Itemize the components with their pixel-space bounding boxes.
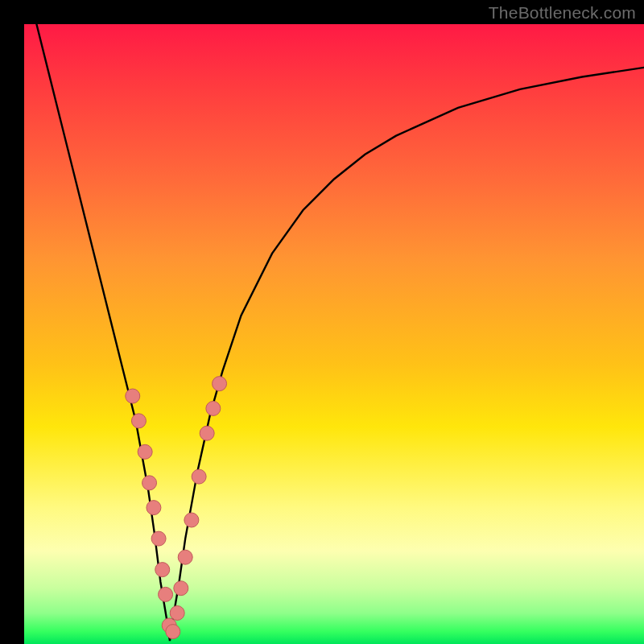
bottleneck-curve [36,24,644,641]
data-point [184,513,199,527]
data-point [151,531,166,546]
data-point [159,587,173,601]
plot-area [24,24,644,644]
data-point [174,581,188,596]
data-point [155,563,170,577]
data-point [178,550,192,564]
data-point [192,469,206,484]
data-point [131,414,146,428]
chart-frame: TheBottleneck.com [0,0,644,644]
chart-svg [24,24,644,644]
data-point [170,606,184,621]
data-point [126,389,140,403]
data-point [213,377,227,391]
data-point [147,501,161,515]
data-point [138,444,152,459]
attribution-label: TheBottleneck.com [489,3,636,23]
data-point [142,476,157,490]
data-point [200,426,214,440]
data-point [166,625,180,639]
data-point [206,401,221,415]
